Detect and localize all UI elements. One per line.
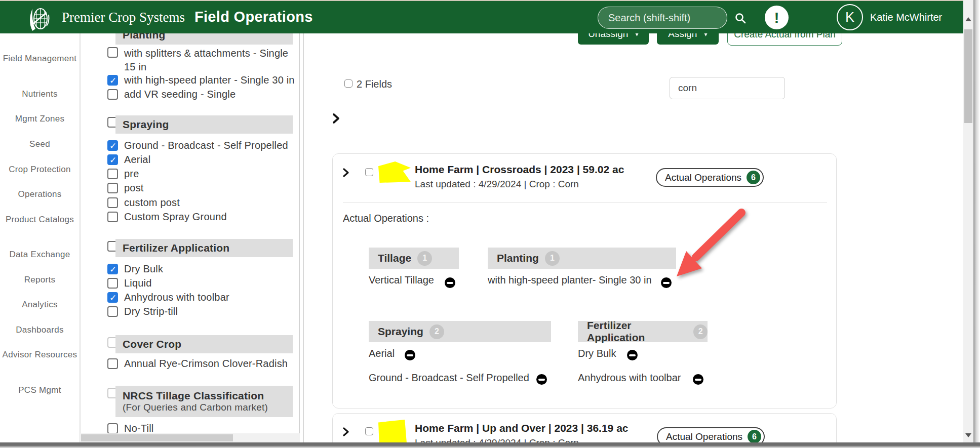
sidebar-item-mgmt-zones[interactable]: Mgmt Zones (0, 114, 80, 124)
op-group-name: Spraying (378, 325, 423, 338)
checkbox-dry-strip-till[interactable] (107, 306, 118, 317)
filter-item-label: Annual Rye-Crimson Clover-Radish (124, 358, 288, 370)
sidebar-item-pcs-mgmt[interactable]: PCS Mgmt (0, 385, 80, 395)
brand-title: Premier Crop Systems (62, 10, 185, 25)
remove-vertical-tillage-icon[interactable] (445, 277, 455, 288)
sidebar-item-reports[interactable]: Reports (0, 275, 80, 284)
checkbox-post[interactable] (107, 183, 118, 193)
sidebar-item-seed[interactable]: Seed (0, 139, 80, 149)
user-name: Katie McWhirter (870, 12, 942, 23)
op-group-name: Fertilizer Application (587, 319, 687, 344)
filter-item-label: Liquid (124, 277, 152, 289)
checkbox-high-speed-planter[interactable] (107, 75, 118, 86)
filter-panel-scrollbar[interactable] (299, 33, 304, 442)
filter-item-label: with high-speed planter - Single 30 in (124, 74, 295, 86)
op-group-count: 2 (693, 324, 708, 339)
filter-item-label: custom post (124, 197, 180, 209)
remove-ground-broadcast-icon[interactable] (536, 374, 547, 385)
filter-item-label: Anhydrous with toolbar (124, 292, 229, 303)
app-header: Premier Crop Systems Field Operations ! … (0, 0, 963, 33)
field-title: Home Farm | Up and Over | 2023 | 36.19 a… (415, 422, 629, 434)
sidebar-item-field-management[interactable]: Field Management (0, 54, 80, 63)
sidebar-divider (80, 33, 81, 442)
sidebar-item-advisor-resources[interactable]: Advisor Resources (0, 350, 80, 359)
filter-item-label: No-Till (124, 423, 153, 434)
card-expand-chevron-icon[interactable] (341, 168, 351, 178)
filter-section-subtitle: (For Queries and Carbon market) (123, 402, 293, 413)
checkbox-custom-post[interactable] (107, 197, 118, 208)
scrollbar-thumb[interactable] (964, 29, 972, 123)
op-item-anhydrous-toolbar: Anhydrous with toolbar (578, 372, 681, 384)
page-title: Field Operations (194, 9, 313, 25)
field-select-checkbox[interactable] (365, 168, 373, 176)
expand-all-chevron-icon[interactable] (330, 112, 342, 125)
op-group-count: 1 (545, 251, 560, 266)
badge-count: 6 (747, 171, 760, 184)
remove-anhydrous-icon[interactable] (693, 374, 703, 385)
field-subtitle: Last updated : 4/29/2024 | Crop : Corn (415, 179, 579, 190)
scrollbar-thumb[interactable] (81, 434, 233, 441)
op-group-count: 1 (417, 251, 432, 266)
op-item-high-speed-planter: with high-speed planter- Single 30 in (488, 274, 652, 286)
corn-logo-icon (25, 4, 53, 33)
checkbox-no-till[interactable] (107, 423, 118, 434)
filter-section-title: Spraying (123, 118, 293, 131)
remove-aerial-icon[interactable] (405, 350, 415, 360)
filter-item-label: Ground - Broadcast - Self Propelled (124, 140, 288, 151)
op-group-spraying: Spraying 2 (369, 321, 551, 342)
filter-section-cover-crop: Cover Crop (115, 335, 293, 353)
checkbox-anhydrous-toolbar[interactable] (107, 292, 118, 303)
scroll-up-arrow-icon[interactable] (965, 17, 971, 21)
checkbox-ground-broadcast[interactable] (107, 140, 118, 151)
sidebar-item-data-exchange[interactable]: Data Exchange (0, 250, 80, 259)
checkbox-add-vr-seeding[interactable] (107, 89, 118, 100)
search-input[interactable] (598, 7, 727, 29)
filter-item-label: Dry Strip-till (124, 306, 178, 317)
filter-section-title: Fertilizer Application (123, 242, 293, 254)
sidebar-item-nutrients[interactable]: Nutrients (0, 89, 80, 99)
search-icon[interactable] (734, 12, 747, 24)
sidebar-item-crop-protection[interactable]: Crop Protection (0, 165, 80, 174)
badge-count: 6 (748, 430, 761, 443)
field-select-checkbox[interactable] (365, 427, 373, 435)
op-item-ground-broadcast: Ground - Broadcast - Self Propelled (369, 372, 529, 384)
filter-item-label: Custom Spray Ground (124, 211, 227, 223)
actual-operations-badge[interactable]: Actual Operations 6 (656, 168, 764, 187)
op-group-fertilizer: Fertilizer Application 2 (578, 321, 708, 342)
sidebar-item-operations[interactable]: Operations (0, 189, 80, 199)
checkbox-annual-rye[interactable] (107, 358, 118, 369)
filter-item-label: post (124, 182, 144, 194)
filter-section-spraying: Spraying (115, 115, 293, 134)
crop-filter-input[interactable] (670, 77, 785, 99)
op-item-vertical-tillage: Vertical Tillage (369, 274, 434, 286)
filter-item-label: pre (124, 168, 139, 180)
checkbox-splitters-attachments[interactable] (107, 47, 118, 58)
select-all-fields-checkbox[interactable] (344, 79, 352, 88)
sidebar-item-dashboards[interactable]: Dashboards (0, 325, 80, 335)
checkbox-pre[interactable] (107, 169, 118, 179)
op-group-planting: Planting 1 (488, 248, 676, 269)
op-group-tillage: Tillage 1 (369, 248, 459, 269)
filter-section-nrcs: NRCS Tillage Classification (For Queries… (115, 386, 293, 417)
alert-icon[interactable]: ! (765, 6, 789, 29)
sidebar-item-analytics[interactable]: Analytics (0, 300, 80, 309)
checkbox-custom-spray-ground[interactable] (107, 212, 118, 222)
filter-horizontal-scrollbar[interactable] (80, 433, 300, 442)
op-group-name: Tillage (378, 252, 411, 264)
field-card-crossroads: Home Farm | Crossroads | 2023 | 59.02 ac… (332, 153, 837, 409)
op-item-aerial: Aerial (369, 348, 395, 359)
sidebar-item-product-catalogs[interactable]: Product Catalogs (0, 215, 80, 224)
filter-item-label: add VR seeding - Single (124, 89, 236, 100)
checkbox-aerial[interactable] (107, 154, 118, 165)
checkbox-dry-bulk[interactable] (107, 264, 118, 274)
vertical-scrollbar[interactable] (963, 0, 973, 445)
window-right-shadow (973, 0, 980, 448)
user-avatar[interactable]: K (837, 4, 863, 30)
filter-item-label: Dry Bulk (124, 263, 163, 275)
scroll-down-arrow-icon[interactable] (965, 433, 971, 437)
checkbox-liquid[interactable] (107, 278, 118, 289)
filter-section-title: NRCS Tillage Classification (123, 390, 293, 402)
card-expand-chevron-icon[interactable] (341, 427, 351, 437)
remove-dry-bulk-icon[interactable] (627, 350, 638, 360)
card-divider (343, 202, 827, 203)
